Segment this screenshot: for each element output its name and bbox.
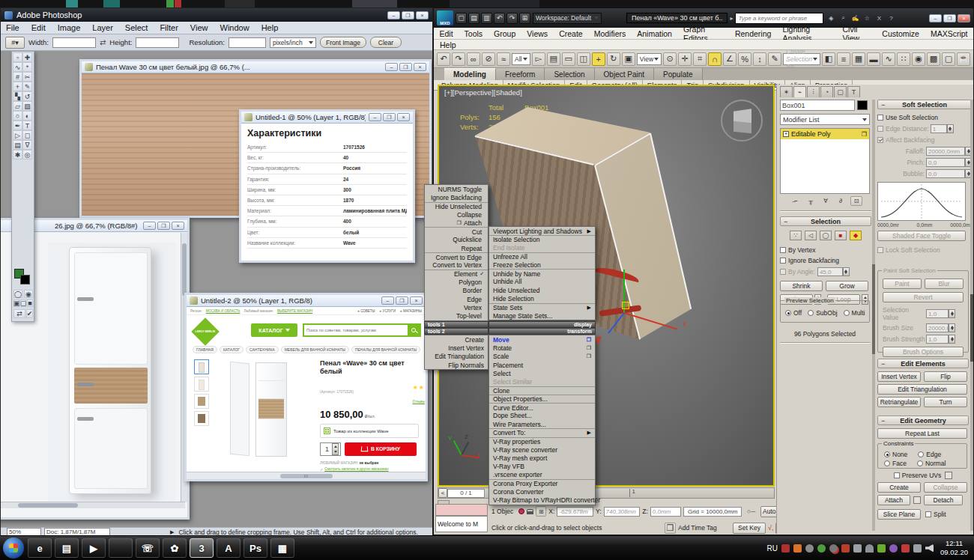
- catalog-button[interactable]: КАТАЛОГ: [251, 323, 297, 337]
- quad-menu-item[interactable]: Corona Proxy Exporter: [489, 479, 595, 487]
- workspace-select[interactable]: Workspace: Default: [533, 13, 602, 24]
- menu-item[interactable]: Filter: [154, 23, 183, 32]
- width-input[interactable]: [52, 37, 96, 48]
- taskbar-app-icon[interactable]: e: [28, 538, 52, 558]
- edge-distance-checkbox[interactable]: Edge Distance: 1: [877, 124, 972, 133]
- document-titlebar[interactable]: Пенал Wave 30 см цвет белый.jpg @ 66,7% …: [82, 61, 429, 73]
- menu-item[interactable]: Window: [215, 23, 255, 32]
- ps-tool-icon[interactable]: ▱: [13, 101, 22, 111]
- quad-menu-item[interactable]: Hide Unselected: [425, 202, 488, 210]
- split-checkbox[interactable]: Split: [925, 511, 946, 518]
- quad-menu-item[interactable]: Create: [425, 335, 488, 344]
- top-link[interactable]: ● СОВЕТЫ: [357, 309, 375, 313]
- toolbar-icon[interactable]: ∠: [723, 52, 736, 66]
- quad-menu-item[interactable]: Repeat: [425, 244, 488, 252]
- toolbar-icon[interactable]: ▻: [532, 52, 545, 66]
- quad-menu-item[interactable]: Unhide by Name: [489, 269, 595, 277]
- quad-menu-item[interactable]: Clone: [489, 386, 595, 395]
- region-link[interactable]: МОСКВА И ОБЛАСТЬ: [206, 309, 241, 313]
- quad-menu-item[interactable]: Unfreeze All: [489, 252, 595, 261]
- minimize-icon[interactable]: –: [369, 113, 381, 121]
- close-icon[interactable]: ×: [414, 63, 426, 71]
- battery-tray-icon[interactable]: [853, 544, 862, 553]
- constraint-normal-radio[interactable]: Normal: [917, 460, 946, 467]
- qat-icon[interactable]: ↶: [494, 13, 505, 24]
- time-slider-thumb[interactable]: 0 / 1: [447, 489, 485, 498]
- star-rating-icon[interactable]: ★★: [413, 384, 425, 391]
- screen-mode-buttons[interactable]: ▣▢■: [13, 299, 33, 308]
- attach-button[interactable]: Attach: [877, 495, 910, 505]
- quad-menu-item[interactable]: Viewport Lighting and Shadows▶: [489, 227, 595, 235]
- toolbar-icon[interactable]: ▬: [867, 52, 880, 66]
- toolbar-icon[interactable]: ↕: [753, 52, 766, 66]
- utorrent-tray-icon[interactable]: [793, 544, 802, 553]
- brush-size-field[interactable]: Brush Size20000,0: [883, 323, 968, 332]
- language-indicator[interactable]: RU: [767, 544, 778, 553]
- modifier-stack[interactable]: + Editable Poly ❐: [780, 128, 870, 194]
- ribbon-tab[interactable]: Selection: [545, 68, 594, 80]
- menu-item[interactable]: View: [185, 23, 214, 32]
- availability-link[interactable]: Смотреть наличие в других магазинах: [324, 467, 388, 471]
- toolbar-icon[interactable]: ⊘: [482, 52, 495, 66]
- reviews-link[interactable]: Отзывы: [413, 400, 425, 404]
- update-tray-icon[interactable]: [805, 544, 814, 553]
- start-button[interactable]: [3, 538, 24, 559]
- flip-button[interactable]: Flip: [924, 371, 967, 382]
- configure-modifier-sets-icon[interactable]: ⊡: [850, 196, 862, 206]
- quad-menu-item[interactable]: Convert to Vertex: [425, 261, 488, 270]
- taskbar-app-icon[interactable]: ▤: [55, 538, 79, 558]
- imageready-button[interactable]: ⇄✔: [13, 309, 33, 319]
- quad-menu-item[interactable]: Isolate Selection: [489, 235, 595, 243]
- constraint-face-radio[interactable]: Face: [884, 460, 907, 467]
- selection-value-field[interactable]: Selection Value1,0: [883, 306, 968, 321]
- bubble-field[interactable]: Bubble: 0,0: [877, 169, 972, 178]
- sync-tray-icon[interactable]: [829, 544, 838, 553]
- ps-tool-icon[interactable]: *: [22, 62, 32, 72]
- isolate-selection-toggle-icon[interactable]: ❒: [665, 523, 676, 534]
- menu-item[interactable]: Create: [554, 29, 589, 38]
- preview-off-radio[interactable]: Off: [785, 309, 802, 317]
- quad-menu-item[interactable]: Top-level: [425, 311, 488, 320]
- minimize-icon[interactable]: –: [381, 296, 394, 305]
- menu-item[interactable]: Modifiers: [588, 29, 632, 38]
- titlebar-icon[interactable]: ✍: [850, 13, 860, 23]
- acrobat-tray-icon[interactable]: [781, 544, 790, 553]
- qat-icon[interactable]: ↷: [506, 13, 518, 24]
- transform-type-in-icon[interactable]: ⊞: [536, 506, 546, 517]
- quad-menu-item[interactable]: Select Similar: [489, 377, 595, 386]
- toolbar-icon[interactable]: ↷: [452, 52, 465, 66]
- taskbar-app-icon[interactable]: ▶: [82, 538, 106, 558]
- quad-menu-item[interactable]: Hide Unselected: [489, 286, 595, 294]
- toolbar-icon[interactable]: ⊙: [663, 52, 677, 66]
- menu-item[interactable]: Customize: [877, 29, 925, 38]
- toolbar-icon[interactable]: ▢: [942, 52, 955, 66]
- soft-selection-rollout-header[interactable]: −Soft Selection: [877, 100, 972, 109]
- insert-vertex-button[interactable]: Insert Vertex: [877, 371, 921, 382]
- make-unique-icon[interactable]: ∀: [820, 196, 831, 206]
- attach-settings-icon[interactable]: [913, 496, 921, 504]
- maxscript-macro-pane[interactable]: [435, 504, 488, 516]
- taskbar-app-icon[interactable]: ✿: [163, 538, 187, 558]
- quad-menu-item[interactable]: V-Ray mesh export: [489, 454, 595, 462]
- edit-geometry-rollout-header[interactable]: −Edit Geometry: [877, 416, 969, 425]
- breadcrumb-item[interactable]: САНТЕХНИКА: [246, 346, 279, 353]
- ps-tool-icon[interactable]: ✂: [22, 72, 32, 82]
- settings-box-icon[interactable]: [945, 472, 952, 479]
- add-to-cart-button[interactable]: В КОРЗИНУ: [345, 442, 417, 456]
- quad-menu-item[interactable]: Cut: [425, 227, 488, 235]
- toolbar-icon[interactable]: ∷: [897, 52, 910, 66]
- titlebar-icon[interactable]: X: [874, 13, 884, 23]
- ps-tool-icon[interactable]: ∿: [13, 62, 22, 72]
- shop-link[interactable]: ВЫБЕРИТЕ МАГАЗИН: [277, 309, 312, 313]
- repeat-last-button[interactable]: Repeat Last: [877, 428, 967, 439]
- y-coordinate[interactable]: 740,308mn: [604, 507, 641, 517]
- quad-menu-item[interactable]: V-Ray properties: [489, 437, 595, 445]
- pin-stack-icon[interactable]: -⌐: [789, 196, 801, 206]
- add-time-tag[interactable]: Add Time Tag: [678, 524, 730, 532]
- stack-item-editable-poly[interactable]: + Editable Poly ❐: [781, 129, 869, 139]
- ps-tool-icon[interactable]: +: [13, 82, 22, 91]
- toolbar-icon[interactable]: ▤: [547, 52, 560, 66]
- previous-frame-arrow[interactable]: <: [438, 488, 447, 498]
- close-icon[interactable]: ×: [958, 14, 970, 22]
- quad-menu-item[interactable]: Select: [489, 369, 595, 377]
